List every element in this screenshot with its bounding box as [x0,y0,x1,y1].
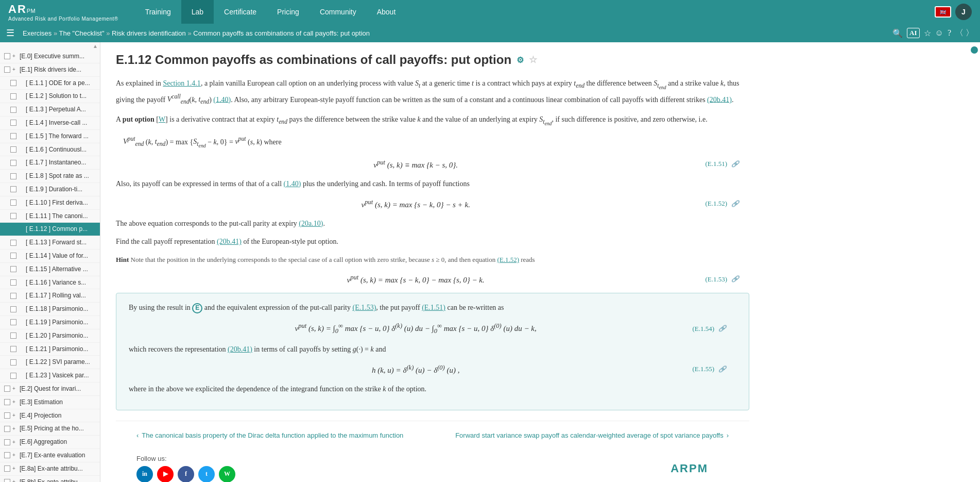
checkbox-E1-1[interactable] [10,80,16,86]
sidebar-item-E1-3[interactable]: [ E.1.3 ] Perpetual A... [0,103,100,117]
linkedin-icon[interactable]: in [136,466,153,482]
checkbox-E1-16[interactable] [10,279,16,286]
sidebar-item-E3[interactable]: + [E.3] Estimation [0,396,100,409]
breadcrumb-exercises[interactable]: Exercises [23,29,51,37]
breadcrumb-checklist[interactable]: The "Checklist" [59,29,105,37]
sidebar-item-E4[interactable]: + [E.4] Projection [0,409,100,423]
sidebar-item-E1-9[interactable]: [ E.1.9 ] Duration-ti... [0,183,100,196]
link-20b41c[interactable]: (20b.41) [228,345,252,353]
sidebar-item-E1-11[interactable]: [ E.1.11 ] The canoni... [0,210,100,223]
sidebar-item-E2[interactable]: + [E.2] Quest for invari... [0,383,100,396]
sidebar-item-E1-14[interactable]: [ E.1.14 ] Value of for... [0,250,100,263]
nav-next-link[interactable]: Forward start variance swap payoff as ca… [455,431,729,439]
checkbox-E1-18[interactable] [10,306,16,312]
checkbox-E6[interactable] [4,439,10,445]
sidebar-item-E1-2[interactable]: [ E.1.2 ] Solution to t... [0,90,100,103]
sidebar-item-E1-23[interactable]: [ E.1.23 ] Vasicek par... [0,369,100,383]
sidebar-item-E1-16[interactable]: [ E.1.16 ] Variance s... [0,276,100,290]
sidebar-item-E6[interactable]: + [E.6] Aggregation [0,436,100,449]
user-avatar[interactable]: J [955,4,972,20]
checkbox-E1-9[interactable] [10,186,16,192]
sidebar-item-E1-8[interactable]: [ E.1.8 ] Spot rate as ... [0,170,100,183]
sidebar-item-E0[interactable]: + [E.0] Executive summ... [0,50,100,63]
checkbox-E1-23[interactable] [10,373,16,379]
sidebar-item-E1[interactable]: + [E.1] Risk drivers ide... [0,63,100,77]
checkbox-E1-11[interactable] [10,213,16,219]
star-icon[interactable]: ☆ [924,28,931,38]
help-icon[interactable]: ? [948,28,951,38]
sidebar-item-E5[interactable]: + [E.5] Pricing at the ho... [0,422,100,436]
sidebar-item-E1-4[interactable]: [ E.1.4 ] Inverse-call ... [0,117,100,130]
checkbox-E7[interactable] [4,452,10,458]
checkbox-E1-4[interactable] [10,120,16,126]
smile-icon[interactable]: ☺ [935,28,943,38]
youtube-icon[interactable]: ▶ [157,466,174,482]
checkbox-E4[interactable] [4,412,10,419]
sidebar-item-E1-15[interactable]: [ E.1.15 ] Alternative ... [0,263,100,276]
wechat-icon[interactable]: W [219,466,235,482]
link-20b41b[interactable]: (20b.41) [217,238,242,245]
checkbox-E1-15[interactable] [10,266,16,272]
checkbox-E1-21[interactable] [10,346,16,352]
link-E151[interactable]: (E.1.51) [422,304,445,311]
sidebar-item-E1-13[interactable]: [ E.1.13 ] Forward st... [0,236,100,250]
nav-certificate[interactable]: Certificate [214,0,267,24]
facebook-icon[interactable]: f [178,466,194,482]
checkbox-E1-8[interactable] [10,173,16,179]
logo[interactable]: ARPM Advanced Risk and Portfolio Managem… [8,3,118,22]
settings-icon[interactable]: ⚙ [517,55,524,65]
collapse-icon[interactable]: 〈 〉 [955,28,974,39]
checkbox-E1-13[interactable] [10,240,16,246]
checkbox-E1-6[interactable] [10,146,16,153]
link-140b[interactable]: (1.40) [284,180,301,188]
language-flag[interactable]: 🇬🇧 [935,6,951,18]
link-20a10[interactable]: (20a.10) [299,220,323,227]
circle-e-button[interactable]: E [192,303,202,313]
link-W[interactable]: W [159,115,165,123]
eq-link-155[interactable]: 🔗 [718,365,726,373]
breadcrumb-risk-drivers[interactable]: Risk drivers identification [112,29,186,37]
checkbox-E1[interactable] [4,67,10,73]
nav-community[interactable]: Community [310,0,367,24]
checkbox-E1-19[interactable] [10,319,16,325]
checkbox-E0[interactable] [4,53,10,59]
checkbox-E1-3[interactable] [10,107,16,113]
checkbox-E1-20[interactable] [10,333,16,339]
sidebar-item-E1-21[interactable]: [ E.1.21 ] Parsimonio... [0,343,100,356]
checkbox-E2[interactable] [4,386,10,392]
sidebar-item-E1-6[interactable]: [ E.1.6 ] Continuousl... [0,143,100,157]
eq-link-153[interactable]: 🔗 [731,275,739,283]
nav-prev-link[interactable]: ‹ The canonical basis property of the Di… [136,431,403,439]
checkbox-E8b[interactable] [4,479,10,482]
ai-icon[interactable]: AI [907,28,919,38]
sidebar-item-E1-5[interactable]: [ E.1.5 ] The forward ... [0,130,100,143]
favorite-star-icon[interactable]: ☆ [529,54,537,65]
checkbox-E8a[interactable] [4,466,10,472]
nav-about[interactable]: About [367,0,406,24]
checkbox-E5[interactable] [4,426,10,432]
sidebar-item-E1-20[interactable]: [ E.1.20 ] Parsimonio... [0,329,100,343]
nav-pricing[interactable]: Pricing [267,0,310,24]
sidebar-item-E8b[interactable]: + [E.8b] Ex-ante attribu... [0,476,100,483]
checkbox-E1-2[interactable] [10,93,16,99]
eq-link-154[interactable]: 🔗 [718,325,726,333]
sidebar-item-E1-22[interactable]: [ E.1.22 ] SVI parame... [0,356,100,369]
sidebar-item-E7[interactable]: + [E.7] Ex-ante evaluation [0,449,100,462]
checkbox-E1-22[interactable] [10,359,16,365]
nav-lab[interactable]: Lab [181,0,214,24]
checkbox-E1-14[interactable] [10,253,16,259]
search-icon[interactable]: 🔍 [892,28,903,38]
checkbox-E1-17[interactable] [10,293,16,299]
eq-link-151[interactable]: 🔗 [731,160,739,168]
twitter-icon[interactable]: t [198,466,215,482]
link-140[interactable]: (1.40) [213,95,231,103]
nav-training[interactable]: Training [135,0,181,24]
sidebar-item-E1-1[interactable]: [ E.1.1 ] ODE for a pe... [0,77,100,90]
sidebar-item-E1-17[interactable]: [ E.1.17 ] Rolling val... [0,289,100,303]
link-E152[interactable]: (E.1.52) [497,256,519,263]
hamburger-menu[interactable]: ☰ [6,27,14,39]
sidebar-item-E1-10[interactable]: [ E.1.10 ] First deriva... [0,196,100,210]
sidebar-item-E1-18[interactable]: [ E.1.18 ] Parsimonio... [0,303,100,316]
sidebar-item-E8a[interactable]: + [E.8a] Ex-ante attribu... [0,462,100,476]
sidebar-item-E1-19[interactable]: [ E.1.19 ] Parsimonio... [0,316,100,329]
